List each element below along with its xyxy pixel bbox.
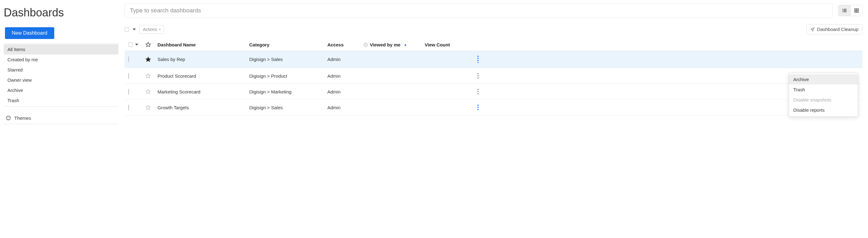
grid-view-button[interactable] [850, 5, 862, 16]
actions-button[interactable]: Actions ▾ [140, 25, 164, 34]
sidebar-item-created-by-me[interactable]: Created by me [4, 55, 118, 65]
page-title: Dashboards [4, 6, 118, 19]
header-select-dropdown[interactable] [135, 44, 138, 45]
cell-category: Digisign > Sales [249, 105, 328, 110]
cleanup-icon [810, 27, 815, 32]
table-row[interactable]: Product Scorecard Digisign > Product Adm… [125, 68, 862, 84]
select-all-checkbox[interactable] [125, 27, 129, 32]
row-more-button[interactable] [477, 73, 478, 79]
main-content: Actions ▾ Dashboard Cleanup [125, 3, 862, 124]
clock-icon [363, 42, 368, 47]
cleanup-label: Dashboard Cleanup [817, 27, 858, 32]
cell-access: Admin [328, 89, 363, 94]
row-checkbox[interactable] [128, 56, 129, 62]
col-viewed-by-me[interactable]: Viewed by me ▲ [363, 42, 425, 47]
table-row[interactable]: Sales by Rep Digisign > Sales Admin [125, 51, 862, 68]
palette-icon [6, 115, 11, 121]
menu-item-trash[interactable]: Trash [789, 84, 858, 95]
select-all-dropdown[interactable] [133, 29, 136, 30]
actions-label: Actions [143, 27, 157, 32]
cell-dashboard-name: Growth Targets [157, 105, 249, 110]
svg-marker-23 [146, 90, 151, 94]
cell-access: Admin [328, 105, 363, 110]
new-dashboard-button[interactable]: New Dashboard [5, 27, 54, 39]
more-vertical-icon [477, 73, 478, 79]
cell-dashboard-name: Sales by Rep [157, 57, 249, 62]
cell-dashboard-name: Marketing Scorecard [157, 89, 249, 94]
sidebar: Dashboards New Dashboard All Items Creat… [4, 3, 125, 124]
menu-item-archive[interactable]: Archive [789, 74, 858, 84]
svg-rect-5 [843, 9, 847, 10]
svg-rect-13 [855, 10, 856, 11]
col-category[interactable]: Category [249, 42, 328, 47]
sidebar-nav: All Items Created by me Starred Owner vi… [4, 43, 118, 106]
col-viewed-label: Viewed by me [370, 42, 401, 47]
menu-item-disable-reports[interactable]: Disable reports [789, 105, 858, 115]
star-icon[interactable] [145, 89, 151, 94]
cell-dashboard-name: Product Scorecard [157, 73, 249, 79]
svg-rect-18 [858, 11, 859, 13]
more-vertical-icon [477, 89, 478, 94]
cell-access: Admin [328, 57, 363, 62]
more-vertical-icon [477, 56, 478, 61]
svg-rect-4 [842, 9, 843, 10]
svg-rect-12 [858, 8, 859, 10]
svg-marker-22 [146, 74, 151, 78]
more-vertical-icon [477, 105, 478, 110]
svg-point-2 [8, 117, 9, 117]
svg-rect-8 [842, 11, 843, 12]
svg-rect-9 [843, 11, 847, 12]
menu-item-disable-snapshots: Disable snapshots [789, 95, 858, 105]
list-icon [842, 8, 847, 13]
svg-rect-6 [842, 10, 843, 11]
svg-point-3 [9, 117, 10, 118]
sidebar-item-themes[interactable]: Themes [4, 112, 118, 124]
cell-access: Admin [328, 73, 363, 79]
star-column-icon[interactable] [145, 42, 151, 47]
col-view-count[interactable]: View Count [425, 42, 472, 47]
svg-rect-7 [843, 10, 847, 11]
row-more-button[interactable] [477, 105, 478, 110]
sidebar-item-owner-view[interactable]: Owner view [4, 75, 118, 85]
sidebar-item-archive[interactable]: Archive [4, 85, 118, 95]
table-row[interactable]: Growth Targets Digisign > Sales Admin [125, 100, 862, 115]
cell-category: Digisign > Product [249, 73, 328, 79]
svg-marker-19 [146, 42, 151, 47]
row-more-button[interactable] [477, 89, 478, 94]
grid-icon [854, 8, 859, 13]
svg-rect-11 [856, 8, 857, 10]
search-input[interactable] [125, 3, 833, 18]
themes-label: Themes [14, 115, 31, 121]
row-more-button[interactable] [477, 56, 478, 63]
table-row[interactable]: Marketing Scorecard Digisign > Marketing… [125, 84, 862, 100]
chevron-down-icon: ▾ [159, 28, 161, 31]
dashboard-cleanup-button[interactable]: Dashboard Cleanup [806, 24, 862, 34]
svg-marker-21 [146, 57, 151, 61]
row-checkbox[interactable] [128, 73, 129, 79]
row-context-menu: ArchiveTrashDisable snapshotsDisable rep… [788, 73, 858, 117]
dashboard-table: Dashboard Name Category Access Viewed by… [125, 39, 862, 115]
cell-category: Digisign > Sales [249, 57, 328, 62]
svg-rect-10 [855, 8, 856, 10]
svg-rect-17 [856, 11, 857, 13]
row-checkbox[interactable] [128, 105, 129, 110]
star-icon[interactable] [145, 73, 151, 79]
svg-point-1 [7, 117, 8, 118]
sidebar-item-starred[interactable]: Starred [4, 65, 118, 75]
sort-asc-icon: ▲ [404, 43, 407, 46]
list-view-button[interactable] [839, 5, 850, 16]
row-checkbox[interactable] [128, 89, 129, 95]
col-access[interactable]: Access [328, 42, 363, 47]
sidebar-item-all-items[interactable]: All Items [4, 44, 118, 55]
svg-rect-15 [858, 10, 859, 11]
cell-category: Digisign > Marketing [249, 89, 328, 94]
svg-rect-16 [855, 11, 856, 13]
sidebar-item-trash[interactable]: Trash [4, 95, 118, 106]
view-toggle [838, 5, 862, 16]
star-icon[interactable] [145, 105, 151, 110]
col-dashboard-name[interactable]: Dashboard Name [157, 42, 249, 47]
table-header: Dashboard Name Category Access Viewed by… [125, 39, 862, 51]
star-icon[interactable] [145, 57, 151, 62]
svg-rect-14 [856, 10, 857, 11]
header-checkbox[interactable] [128, 42, 133, 47]
